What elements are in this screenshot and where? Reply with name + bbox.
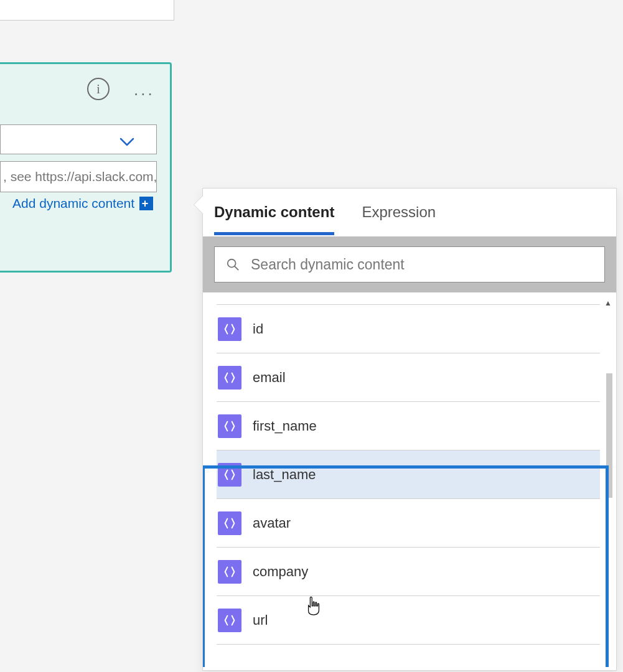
dynamic-content-item-label: company <box>253 564 308 580</box>
dynamic-content-item-label: email <box>253 370 286 386</box>
message-text-placeholder: , see https://api.slack.com, <box>3 169 157 184</box>
dynamic-content-item[interactable]: id <box>217 305 600 353</box>
token-icon <box>218 463 241 487</box>
dynamic-content-popover: Dynamic content Expression Search dynami… <box>202 188 617 671</box>
token-icon <box>218 560 241 584</box>
scrollbar[interactable]: ▲ <box>604 299 612 660</box>
dynamic-content-list: total_pagesidemailfirst_namelast_nameava… <box>203 292 616 667</box>
dynamic-content-item[interactable]: avatar <box>217 499 600 548</box>
slack-action-card: i ··· , see https://api.slack.com, Add d… <box>0 62 172 273</box>
more-icon[interactable]: ··· <box>134 84 155 103</box>
dynamic-content-item-label: avatar <box>253 515 291 531</box>
card-header: i ··· <box>0 64 170 114</box>
message-text-input[interactable]: , see https://api.slack.com, <box>0 161 157 192</box>
popover-tabs: Dynamic content Expression <box>203 189 616 235</box>
token-icon <box>218 511 241 535</box>
chevron-down-icon <box>119 135 134 144</box>
search-icon <box>226 258 240 271</box>
add-dynamic-content-label: Add dynamic content <box>12 196 134 211</box>
dynamic-content-item[interactable]: last_name <box>217 450 600 499</box>
search-placeholder: Search dynamic content <box>251 256 405 273</box>
tab-expression[interactable]: Expression <box>362 203 436 235</box>
dynamic-content-item-label: last_name <box>253 467 316 483</box>
info-icon[interactable]: i <box>87 78 110 100</box>
dynamic-content-item[interactable]: total_pages <box>217 292 600 305</box>
token-icon <box>218 414 241 438</box>
scroll-up-arrow[interactable]: ▲ <box>604 299 612 307</box>
token-icon <box>218 366 241 390</box>
search-input[interactable]: Search dynamic content <box>214 246 605 282</box>
dynamic-content-item[interactable]: email <box>217 353 600 402</box>
scroll-thumb[interactable] <box>606 373 612 498</box>
search-bar-wrap: Search dynamic content <box>203 236 616 292</box>
tab-dynamic-content[interactable]: Dynamic content <box>214 203 334 235</box>
dynamic-content-item[interactable]: first_name <box>217 402 600 450</box>
dynamic-content-item-label: url <box>253 612 268 628</box>
dynamic-content-item-label: id <box>253 321 263 337</box>
dynamic-content-item[interactable]: url <box>217 596 600 645</box>
channel-dropdown[interactable] <box>0 124 157 154</box>
partial-card-top <box>0 0 174 21</box>
plus-icon: + <box>139 197 153 210</box>
token-icon <box>218 317 241 341</box>
svg-line-1 <box>235 266 238 270</box>
token-icon <box>218 609 241 632</box>
add-dynamic-content-link[interactable]: Add dynamic content + <box>12 196 153 211</box>
popover-caret <box>194 196 203 213</box>
svg-point-0 <box>228 259 236 268</box>
dynamic-content-item[interactable]: company <box>217 548 600 596</box>
dynamic-content-item-label: first_name <box>253 418 317 434</box>
